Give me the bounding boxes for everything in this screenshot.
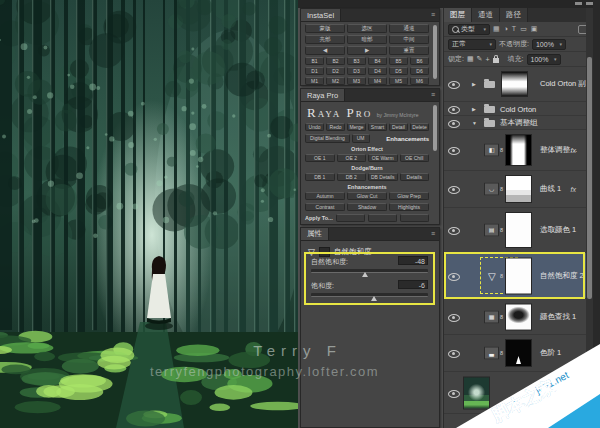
raya-effect-button[interactable]: Glow Prep [389, 192, 429, 200]
mask-thumbnail[interactable] [506, 176, 531, 202]
instasel-selection-button[interactable]: M6 [410, 77, 429, 85]
raya-effect-button[interactable]: Contrast [305, 203, 345, 211]
layer-row-基本调整组[interactable]: ▼基本调整组 [444, 116, 586, 130]
instasel-selection-button[interactable]: M1 [305, 77, 324, 85]
instasel-button[interactable]: ◀ [305, 46, 345, 55]
instasel-selection-button[interactable]: D3 [347, 67, 366, 75]
mask-thumbnail[interactable] [506, 258, 531, 293]
panel-menu-icon[interactable]: ≡ [431, 89, 439, 101]
filter-shape-layers-icon[interactable]: ▭ [520, 25, 527, 33]
visibility-eye-icon[interactable] [448, 81, 460, 89]
raya-tab-um[interactable]: UM [352, 134, 370, 143]
filter-type-layers-icon[interactable]: T [512, 25, 516, 33]
layer-group-expander-icon[interactable]: ▼ [472, 120, 477, 126]
raya-effect-button[interactable]: Details [400, 173, 430, 181]
raya-effect-button[interactable]: OE 2 [337, 154, 367, 162]
instasel-button[interactable]: 蒙版 [305, 24, 345, 33]
instasel-selection-button[interactable]: B1 [305, 57, 324, 65]
slider-value-field[interactable]: -48 [398, 256, 428, 265]
raya-action-button[interactable]: Smart [368, 123, 387, 131]
instasel-button[interactable]: 中间 [389, 35, 429, 44]
mask-link-icon[interactable]: 8 [500, 186, 503, 192]
instasel-button[interactable]: 选区 [347, 24, 387, 33]
slider-track[interactable] [311, 293, 428, 297]
instasel-selection-button[interactable]: M2 [326, 77, 345, 85]
apply-target-button[interactable] [400, 214, 429, 222]
properties-tab[interactable]: 属性 [301, 228, 329, 240]
raya-tab-enhancements[interactable]: Enhancements [386, 136, 429, 142]
raya-action-button[interactable]: Redo [326, 123, 345, 131]
filter-type-dropdown[interactable]: 类型 ▾ [448, 24, 490, 35]
instasel-selection-button[interactable]: D2 [326, 67, 345, 75]
lock-transparency-icon[interactable]: ▦ [467, 55, 474, 63]
blend-mode-dropdown[interactable]: 正常▾ [448, 39, 496, 50]
mask-link-icon[interactable]: 8 [500, 227, 503, 233]
raya-action-button[interactable]: Detail [389, 123, 408, 131]
instasel-selection-button[interactable]: B2 [326, 57, 345, 65]
raya-effect-button[interactable]: Highlights [389, 203, 429, 211]
instasel-button[interactable]: 亮部 [305, 35, 345, 44]
raya-effect-button[interactable]: OE 1 [305, 154, 335, 162]
raya-effect-button[interactable]: Autumn [305, 192, 345, 200]
lock-position-icon[interactable]: + [485, 56, 489, 63]
slider-value-field[interactable]: -6 [398, 280, 428, 289]
panel-menu-icon[interactable]: ≡ [431, 228, 439, 240]
slider-thumb[interactable] [371, 296, 377, 301]
layer-row-整体调整…[interactable]: ◧8整体调整…fx [444, 130, 586, 171]
instasel-button[interactable]: 重置 [389, 46, 429, 55]
raya-effect-button[interactable]: DB Details [368, 173, 398, 181]
scrollbar-thumb[interactable] [433, 105, 437, 151]
mask-thumbnail[interactable] [502, 72, 527, 96]
layer-group-expander-icon[interactable]: ▶ [472, 106, 476, 112]
layer-row-曲线 1[interactable]: ◡8曲线 1fx [444, 171, 586, 208]
layer-row-选取颜色 1[interactable]: ▤8选取颜色 1 [444, 208, 586, 253]
visibility-eye-icon[interactable] [448, 120, 460, 128]
layer-row-自然饱和度 2[interactable]: ▽8自然饱和度 2 [444, 253, 586, 299]
instasel-selection-button[interactable]: M4 [368, 77, 387, 85]
layers-panel-tab-图层[interactable]: 图层 [444, 8, 472, 22]
mask-thumbnail[interactable] [506, 304, 531, 329]
scrollbar-thumb[interactable] [587, 57, 592, 299]
instasel-selection-button[interactable]: D6 [410, 67, 429, 75]
instasel-selection-button[interactable]: D1 [305, 67, 324, 75]
instasel-button[interactable]: ▶ [347, 46, 387, 55]
layer-row-Cold Orton[interactable]: ▶Cold Orton [444, 102, 586, 116]
instasel-selection-button[interactable]: M3 [347, 77, 366, 85]
layer-row-颜色查找 1[interactable]: ▦8颜色查找 1 [444, 299, 586, 335]
panel-collapse-icon[interactable] [586, 2, 593, 5]
instasel-selection-button[interactable]: B3 [347, 57, 366, 65]
panel-menu-icon[interactable]: ≡ [431, 9, 439, 21]
panel-collapse-icon[interactable] [575, 2, 582, 5]
mask-link-icon[interactable]: 8 [500, 147, 503, 153]
instasel-selection-button[interactable]: M5 [389, 77, 408, 85]
scrollbar-thumb[interactable] [433, 25, 437, 79]
instasel-selection-button[interactable]: B5 [389, 57, 408, 65]
raya-effect-button[interactable]: DB 1 [305, 173, 335, 181]
layers-panel-tab-路径[interactable]: 路径 [500, 8, 528, 22]
visibility-eye-icon[interactable] [448, 106, 460, 114]
raya-action-button[interactable]: Merge [347, 123, 366, 131]
raya-effect-button[interactable]: Shadow [347, 203, 387, 211]
layers-panel-tab-通道[interactable]: 通道 [472, 8, 500, 22]
raya-effect-button[interactable]: OE Warm [368, 154, 398, 162]
visibility-eye-icon[interactable] [448, 227, 460, 235]
slider-track[interactable] [311, 269, 428, 273]
mask-thumbnail[interactable] [506, 135, 531, 165]
visibility-eye-icon[interactable] [448, 186, 460, 194]
raya-pro-tab[interactable]: Raya Pro [301, 89, 345, 101]
filter-smart-objects-icon[interactable]: ▣ [531, 25, 538, 33]
instasel-selection-button[interactable]: B4 [368, 57, 387, 65]
raya-effect-button[interactable]: DB 2 [337, 173, 367, 181]
mask-thumbnail[interactable] [506, 213, 531, 247]
raya-tab-digital-blending[interactable]: Digital Blending [305, 134, 350, 143]
mask-link-icon[interactable]: 8 [500, 273, 503, 279]
instasel-button[interactable]: 暗部 [347, 35, 387, 44]
visibility-eye-icon[interactable] [448, 147, 460, 155]
lock-all-icon[interactable] [493, 58, 499, 63]
layer-group-expander-icon[interactable]: ▶ [472, 81, 476, 87]
instasel-selection-button[interactable]: D4 [368, 67, 387, 75]
visibility-eye-icon[interactable] [448, 314, 460, 322]
raya-action-button[interactable]: Undo [305, 123, 324, 131]
instasel-selection-button[interactable]: D5 [389, 67, 408, 75]
mask-link-icon[interactable]: 8 [500, 314, 503, 320]
